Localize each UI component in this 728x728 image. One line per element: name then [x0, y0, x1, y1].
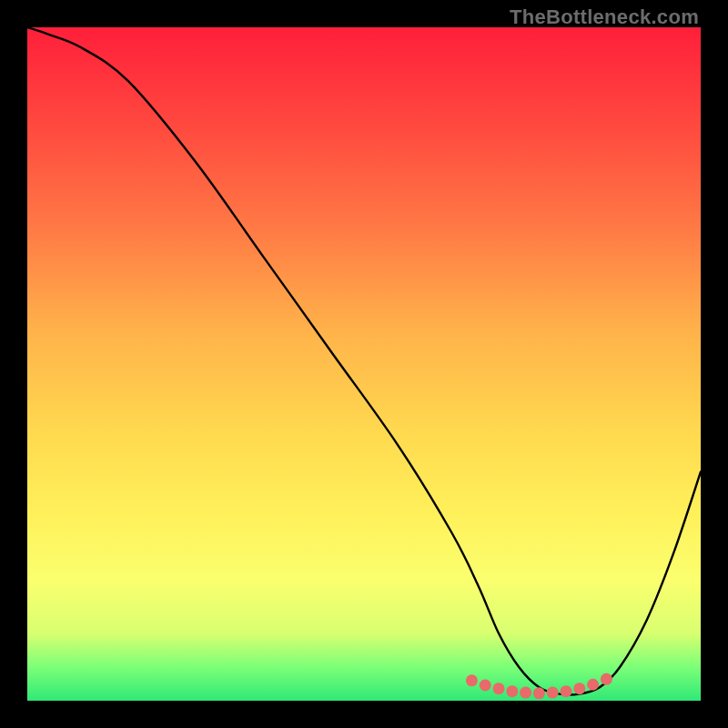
bottom-dot	[587, 679, 599, 691]
curve-svg	[27, 27, 701, 701]
bottom-dot	[533, 687, 545, 699]
bottleneck-curve	[27, 27, 701, 695]
plot-area	[27, 27, 701, 701]
bottom-dot	[506, 685, 518, 697]
bottom-dot	[466, 674, 478, 686]
bottom-dot	[480, 679, 491, 691]
bottom-dot	[573, 682, 585, 694]
watermark-text: TheBottleneck.com	[510, 5, 699, 29]
chart-frame: TheBottleneck.com	[0, 0, 728, 728]
bottom-dot	[561, 685, 572, 697]
bottom-dot	[520, 687, 531, 699]
bottom-dot	[547, 687, 559, 699]
bottom-dot	[493, 682, 505, 694]
bottom-dot	[601, 673, 612, 685]
